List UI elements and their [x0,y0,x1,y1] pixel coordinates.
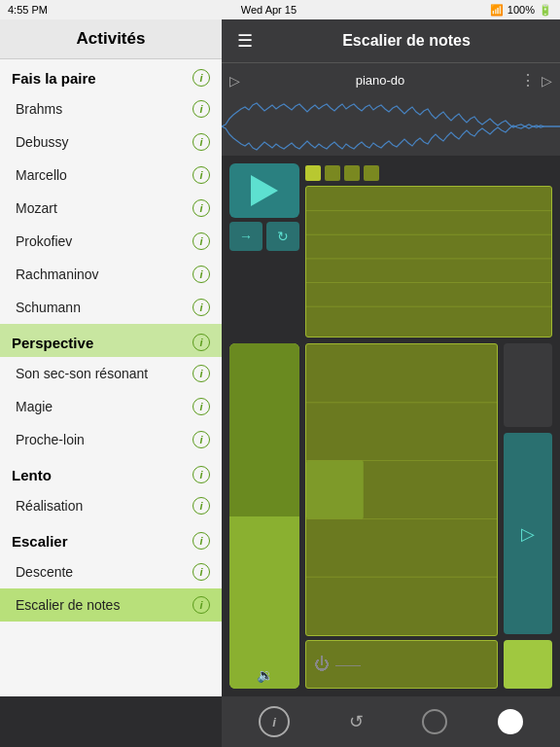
bottom-bar-wrap: i ↺ [0,696,560,747]
arrow-right-button[interactable]: → [229,222,262,251]
item-mozart[interactable]: Mozart i [0,192,222,225]
second-grid-area: ⏻ —— [305,343,498,689]
grid-dots-row [305,163,552,183]
battery-label: 100% [508,4,535,16]
battery-icon: 🔋 [539,4,552,17]
item-info-icon[interactable]: i [192,563,210,581]
undo-button[interactable]: ↺ [340,706,371,737]
second-grid-top[interactable] [305,343,498,636]
item-proche-loin[interactable]: Proche-loin i [0,423,222,456]
item-descente[interactable]: Descente i [0,555,222,588]
small-buttons-row: → ↻ [229,222,299,251]
section-escalier[interactable]: Escalier i [0,522,222,555]
top-row: → ↻ [229,163,552,338]
svg-rect-10 [306,461,364,519]
slider-label: —— [335,658,361,672]
middle-row: 🔉 ⏻ —— [229,343,552,689]
item-info-icon[interactable]: i [192,100,210,118]
item-prokofiev[interactable]: Prokofiev i [0,225,222,258]
grid-dot-4 [364,165,379,181]
piano-grid-main[interactable] [305,186,552,338]
left-panel: Activités Fais la paire i Brahms i Debus… [0,19,222,696]
section-perspective[interactable]: Perspective i [0,324,222,357]
volume-control[interactable]: 🔉 [229,343,299,689]
item-info-icon[interactable]: i [192,431,210,448]
grid-dot-2 [325,165,340,181]
status-bar: 4:55 PM Wed Apr 15 📶 100% 🔋 [0,0,560,19]
bottom-bar-right: i ↺ [222,696,560,747]
right-col-mid[interactable]: ▷ [504,433,552,634]
second-grid-svg [306,344,497,635]
right-panel-title: Escalier de notes [261,32,552,50]
grid-dot-3 [344,165,360,181]
item-brahms[interactable]: Brahms i [0,92,222,125]
status-right: 📶 100% 🔋 [490,4,552,17]
section-info-icon[interactable]: i [192,69,210,87]
item-rachmaninov[interactable]: Rachmaninov i [0,258,222,291]
play-icon-small: ▷ [521,523,535,545]
section-info-icon[interactable]: i [192,532,210,550]
speaker-icon: 🔉 [257,667,273,683]
volume-top [229,343,299,516]
status-time: 4:55 PM [8,4,48,16]
item-info-icon[interactable]: i [192,266,210,283]
section-lento[interactable]: Lento i [0,456,222,489]
right-header: ☰ Escalier de notes [222,19,560,62]
item-info-icon[interactable]: i [192,365,210,382]
grid-lines-svg [306,187,551,337]
item-realisation[interactable]: Réalisation i [0,489,222,522]
item-info-icon[interactable]: i [192,398,210,415]
menu-icon[interactable]: ☰ [229,26,261,55]
audio-bar: ▷ piano-do ⋮ ▷ [222,62,560,97]
play-button-large[interactable] [229,163,299,218]
play-triangle-icon [251,175,278,206]
right-col-bottom [504,640,552,689]
section-fais-la-paire[interactable]: Fais la paire i [0,59,222,92]
item-escalier-de-notes[interactable]: Escalier de notes i [0,588,222,622]
right-col-top [504,343,552,427]
item-info-icon[interactable]: i [192,133,210,151]
item-magie[interactable]: Magie i [0,390,222,423]
repeat-button[interactable]: ↻ [266,222,299,251]
second-grid-bottom: ⏻ —— [305,640,498,689]
item-debussy[interactable]: Debussy i [0,125,222,159]
audio-track-name: piano-do [246,73,514,88]
section-info-icon[interactable]: i [192,334,210,351]
main-layout: Activités Fais la paire i Brahms i Debus… [0,19,560,696]
status-date: Wed Apr 15 [241,4,297,16]
audio-play-button[interactable]: ▷ [229,73,240,89]
item-info-icon[interactable]: i [192,232,210,250]
audio-more-button[interactable]: ⋮ [520,71,536,89]
audio-right-play-button[interactable]: ▷ [542,73,552,89]
info-button[interactable]: i [259,706,290,737]
item-marcello[interactable]: Marcello i [0,159,222,192]
item-info-icon[interactable]: i [192,199,210,217]
wifi-icon: 📶 [490,4,504,17]
waveform-area [222,97,560,156]
piano-grid-area [305,163,552,338]
item-info-icon[interactable]: i [192,166,210,184]
item-info-icon[interactable]: i [192,497,210,515]
section-info-icon[interactable]: i [192,466,210,483]
left-panel-title: Activités [0,19,222,59]
right-column: ▷ [504,343,552,689]
item-info-icon[interactable]: i [192,596,210,614]
instrument-area: → ↻ [222,156,560,696]
volume-bottom [229,516,299,690]
item-schumann[interactable]: Schumann i [0,291,222,324]
right-panel: ☰ Escalier de notes ▷ piano-do ⋮ ▷ [222,19,560,696]
waveform-svg [222,97,560,156]
item-info-icon[interactable]: i [192,299,210,316]
controls-column: → ↻ [229,163,299,338]
stop-button[interactable] [498,709,523,734]
power-icon[interactable]: ⏻ [314,656,330,673]
grid-dot-1 [305,165,321,181]
record-button[interactable] [422,709,447,734]
item-son-sec[interactable]: Son sec-son résonant i [0,357,222,390]
bottom-bar-left [0,696,222,747]
